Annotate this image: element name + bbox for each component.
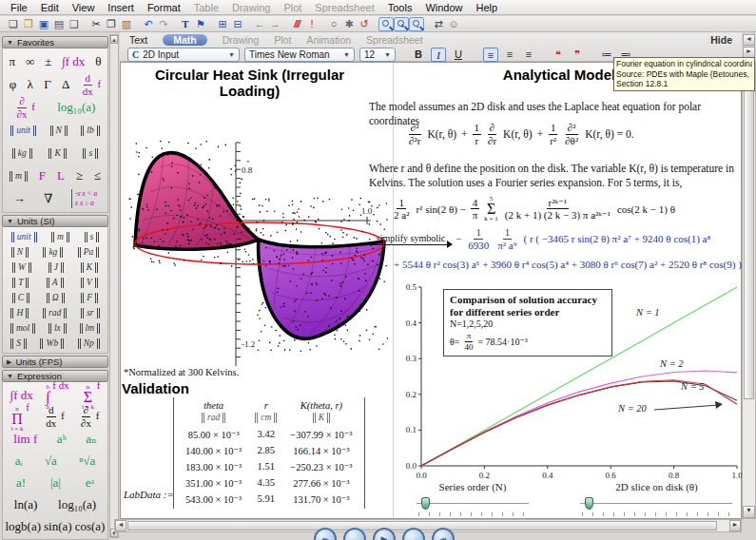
palette-symbol[interactable]: Γ	[44, 77, 51, 92]
scroll-left-icon[interactable]: ◄	[115, 520, 126, 531]
unit-T[interactable]: T	[12, 278, 29, 288]
align-right-icon[interactable]: ≡	[521, 48, 536, 62]
menu-window[interactable]: Window	[418, 1, 469, 14]
unit-unit[interactable]: unit	[10, 125, 36, 136]
unit-Wb[interactable]: Wb	[40, 338, 64, 349]
palette-symbol[interactable]: λ	[28, 77, 33, 92]
unit-lx[interactable]: lx	[48, 323, 67, 334]
scroll-up-icon[interactable]: ▲	[110, 35, 118, 44]
forward-icon[interactable]: →	[267, 17, 282, 31]
print-preview-icon[interactable]: ❑	[67, 17, 82, 31]
unit-unit[interactable]: unit	[11, 232, 37, 242]
style-dropdown[interactable]: C 2D Input ▼	[127, 48, 240, 62]
scroll-down-icon[interactable]: ▼	[743, 506, 755, 518]
back-icon[interactable]: ←	[252, 17, 267, 31]
save-icon[interactable]: ▣	[36, 17, 51, 31]
labdata-matrix[interactable]: thetarK(theta, r)radcmK85.00 × 10⁻³3.42−…	[173, 397, 365, 509]
palette-symbol[interactable]: aᵢ	[15, 453, 23, 469]
sidebar-scrollbar[interactable]: ▲ ▼	[109, 34, 119, 538]
new-document-icon[interactable]: ❏	[6, 17, 21, 31]
unit-V[interactable]: V	[81, 278, 98, 288]
insert-table-icon[interactable]: ⊞	[215, 17, 230, 31]
palette-symbol[interactable]: ≤	[94, 168, 101, 183]
palette-symbol[interactable]: log₁₀(a)	[57, 100, 95, 115]
next-page-icon[interactable]: →	[402, 528, 425, 540]
palette-symbol[interactable]: ∫f dx	[10, 388, 33, 403]
unit-S[interactable]: S	[10, 338, 27, 349]
table-row[interactable]: 351.00 × 10⁻³4.35277.66 × 10⁻³	[179, 474, 359, 491]
palette-symbol[interactable]: aₙ	[86, 432, 96, 447]
unit-rad[interactable]: rad	[43, 308, 67, 318]
toggle-panes-icon[interactable]: ⇄	[431, 17, 446, 31]
restart-icon[interactable]: ↺	[357, 17, 372, 31]
unit-s[interactable]: s	[83, 148, 98, 159]
inline-evaluation-icon[interactable]: ❝	[551, 48, 566, 62]
frac-template[interactable]: ddx f	[81, 72, 101, 97]
bold-button[interactable]: B	[411, 48, 426, 62]
paste-icon[interactable]: ▥	[119, 17, 134, 31]
previous-page-icon[interactable]: ←	[343, 528, 366, 540]
unit-s[interactable]: s	[85, 232, 100, 242]
slider-track[interactable]	[580, 503, 732, 505]
italic-button[interactable]: I	[431, 48, 446, 62]
menu-format[interactable]: Format	[141, 1, 187, 14]
palette-symbol[interactable]: →	[13, 191, 26, 206]
palette-symbol[interactable]: L	[57, 168, 65, 183]
hide-button[interactable]: Hide	[710, 34, 732, 46]
menu-view[interactable]: View	[66, 1, 102, 14]
scroll-right-icon[interactable]: ►	[729, 520, 741, 531]
table-row[interactable]: 183.00 × 10⁻³1.51−250.23 × 10⁻³	[179, 458, 359, 474]
execute-icon[interactable]: ///	[289, 17, 304, 31]
unit-mol[interactable]: mol	[10, 323, 35, 334]
palette-symbol[interactable]: ≥	[76, 168, 83, 183]
palette-symbol[interactable]: ln(a)	[14, 497, 38, 512]
frac-template[interactable]: ∂∂x f	[15, 95, 35, 120]
unit-Pa[interactable]: Pa	[78, 247, 100, 258]
palette-header-units-si-[interactable]: ▼Units (SI)	[2, 215, 108, 227]
zoom-region-icon[interactable]	[378, 17, 394, 31]
unit-m[interactable]: m	[51, 232, 69, 242]
palette-symbol[interactable]: √a	[45, 453, 57, 469]
palette-symbol[interactable]: ∫f dx	[62, 54, 85, 69]
scrollbar-thumb[interactable]	[744, 76, 754, 399]
palette-symbol[interactable]: logb(a)	[6, 519, 42, 534]
unit-sr[interactable]: sr	[81, 308, 99, 318]
series-order-slider[interactable]	[417, 496, 529, 517]
bigop-template[interactable]: nΠi = k f	[11, 401, 29, 433]
surface-plot-3d[interactable]: 0.8 -1.2 1.0	[122, 106, 396, 367]
palette-symbol[interactable]: eᵃ	[86, 475, 94, 491]
unit-lb[interactable]: lb	[81, 125, 99, 136]
zoom-out-icon[interactable]: -	[409, 17, 424, 31]
palette-symbol[interactable]: φ	[10, 77, 17, 92]
unit-m[interactable]: m	[10, 171, 28, 182]
unit-K[interactable]: K	[81, 262, 98, 273]
palette-symbol[interactable]: a!	[16, 475, 26, 491]
display-evaluation-icon[interactable]: ❞	[570, 48, 585, 62]
bullet-list-icon[interactable]: ≔	[599, 48, 614, 62]
settings-gear-icon[interactable]: ✱	[341, 17, 357, 31]
palette-symbol[interactable]: sin(a)	[44, 519, 72, 534]
slider-track[interactable]	[417, 503, 529, 505]
redo-icon[interactable]: ↷	[156, 17, 171, 31]
interrupt-icon[interactable]: !	[304, 17, 320, 31]
loop-icon[interactable]: ○	[326, 17, 341, 31]
align-left-icon[interactable]: ≡	[483, 48, 498, 62]
copy-icon[interactable]: ❐	[104, 17, 119, 31]
menu-help[interactable]: Help	[470, 1, 505, 14]
pane-left-icon[interactable]: ◄	[743, 34, 755, 46]
last-page-icon[interactable]: ↠	[432, 528, 455, 540]
unit-kg[interactable]: kg	[12, 148, 32, 159]
fourier-series-equation[interactable]: 12 a² r² sin(2 θ) − 4π 5Σk = 1 r²ᵏ⁻¹(2 k…	[392, 196, 675, 222]
first-page-icon[interactable]: ↞	[314, 528, 337, 540]
unit-lm[interactable]: lm	[80, 323, 101, 334]
unit-C[interactable]: C	[12, 293, 29, 303]
palette-symbol[interactable]: ±	[45, 54, 51, 69]
palette-symbol[interactable]: ∇	[44, 191, 52, 206]
palette-header-units-fps-[interactable]: ▶Units (FPS)	[2, 356, 108, 368]
section-flag-icon[interactable]: ⚑	[193, 17, 208, 31]
menu-insert[interactable]: Insert	[101, 1, 141, 14]
play-icon[interactable]: ▶	[373, 528, 396, 540]
tab-text[interactable]: Text	[129, 34, 147, 46]
palette-symbol[interactable]: ∞	[26, 54, 34, 69]
undo-icon[interactable]: ↶	[141, 17, 156, 31]
